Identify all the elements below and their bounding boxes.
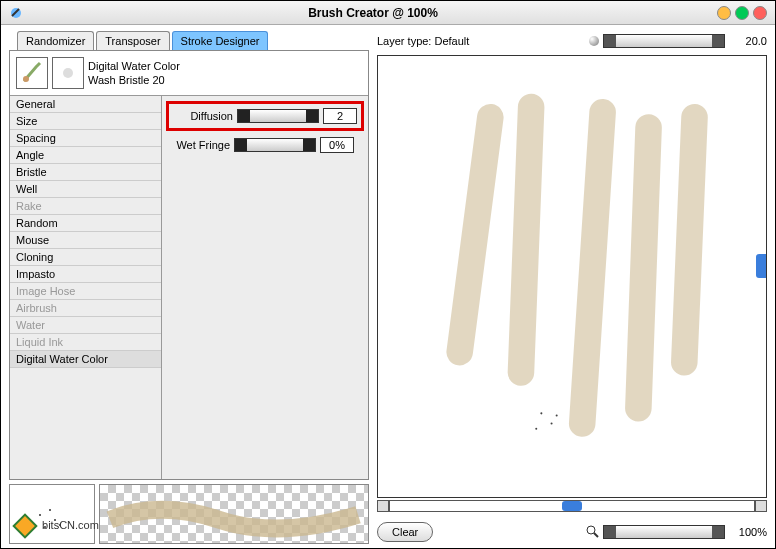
- scroll-left-icon[interactable]: [377, 500, 389, 512]
- svg-point-2: [63, 68, 73, 78]
- maximize-button[interactable]: [735, 6, 749, 20]
- canvas-horizontal-scroll-track[interactable]: [377, 498, 767, 514]
- brush-canvas[interactable]: [377, 55, 767, 498]
- category-item: Image Hose: [10, 283, 161, 300]
- tab-transposer[interactable]: Transposer: [96, 31, 169, 50]
- scroll-right-icon[interactable]: [755, 500, 767, 512]
- category-item[interactable]: Digital Water Color: [10, 351, 161, 368]
- minimize-button[interactable]: [717, 6, 731, 20]
- brush-variant-thumb[interactable]: [52, 57, 84, 89]
- canvas-horizontal-scroll-thumb[interactable]: [562, 501, 582, 511]
- category-item[interactable]: Cloning: [10, 249, 161, 266]
- clear-button[interactable]: Clear: [377, 522, 433, 542]
- wet-fringe-value[interactable]: 0%: [320, 137, 354, 153]
- tab-randomizer[interactable]: Randomizer: [17, 31, 94, 50]
- zoom-value: 100%: [731, 526, 767, 538]
- category-item[interactable]: Spacing: [10, 130, 161, 147]
- svg-point-8: [540, 412, 542, 414]
- category-item[interactable]: Random: [10, 215, 161, 232]
- parameter-panel: Diffusion 2 Wet Fringe 0%: [162, 96, 368, 479]
- category-item[interactable]: Size: [10, 113, 161, 130]
- title-bar: Brush Creator @ 100%: [1, 1, 775, 25]
- brush-header: Digital Water Color Wash Bristle 20: [10, 51, 368, 96]
- category-item[interactable]: Angle: [10, 147, 161, 164]
- wet-fringe-label: Wet Fringe: [170, 139, 230, 151]
- brush-category-label: Digital Water Color: [88, 59, 362, 73]
- param-diffusion-row: Diffusion 2: [166, 101, 364, 131]
- svg-line-13: [594, 533, 598, 537]
- wet-fringe-slider[interactable]: [234, 138, 316, 152]
- close-button[interactable]: [753, 6, 767, 20]
- category-list: GeneralSizeSpacingAngleBristleWellRakeRa…: [10, 96, 162, 479]
- svg-point-10: [535, 428, 537, 430]
- category-item[interactable]: Mouse: [10, 232, 161, 249]
- watermark: bitsCN.com: [11, 512, 99, 540]
- category-item[interactable]: General: [10, 96, 161, 113]
- svg-point-11: [556, 414, 558, 416]
- category-item: Liquid Ink: [10, 334, 161, 351]
- canvas-vertical-scroll[interactable]: [756, 254, 767, 278]
- stroke-preview: [99, 484, 369, 544]
- diffusion-value[interactable]: 2: [323, 108, 357, 124]
- app-icon: [9, 6, 23, 20]
- designer-tabs: Randomizer Transposer Stroke Designer: [17, 31, 369, 50]
- zoom-icon: [585, 524, 599, 540]
- svg-point-1: [23, 76, 29, 82]
- svg-point-9: [551, 423, 553, 425]
- window-buttons: [717, 6, 767, 20]
- category-item: Rake: [10, 198, 161, 215]
- svg-point-12: [587, 526, 595, 534]
- tab-stroke-designer[interactable]: Stroke Designer: [172, 31, 269, 50]
- brush-variant-label: Wash Bristle 20: [88, 73, 362, 87]
- size-slider[interactable]: [603, 34, 725, 48]
- param-wet-fringe-row: Wet Fringe 0%: [170, 137, 360, 153]
- window-title: Brush Creator @ 100%: [29, 6, 717, 20]
- category-item[interactable]: Impasto: [10, 266, 161, 283]
- zoom-slider[interactable]: [603, 525, 725, 539]
- size-value: 20.0: [731, 35, 767, 47]
- category-item: Airbrush: [10, 300, 161, 317]
- diffusion-label: Diffusion: [173, 110, 233, 122]
- category-item[interactable]: Well: [10, 181, 161, 198]
- layer-row: Layer type: Default 20.0: [377, 31, 767, 51]
- brush-category-thumb[interactable]: [16, 57, 48, 89]
- layer-type-label: Layer type: Default: [377, 35, 589, 47]
- category-item: Water: [10, 317, 161, 334]
- category-item[interactable]: Bristle: [10, 164, 161, 181]
- svg-rect-14: [14, 515, 37, 538]
- layer-indicator-icon: [589, 36, 599, 46]
- diffusion-slider[interactable]: [237, 109, 319, 123]
- svg-point-4: [49, 509, 51, 511]
